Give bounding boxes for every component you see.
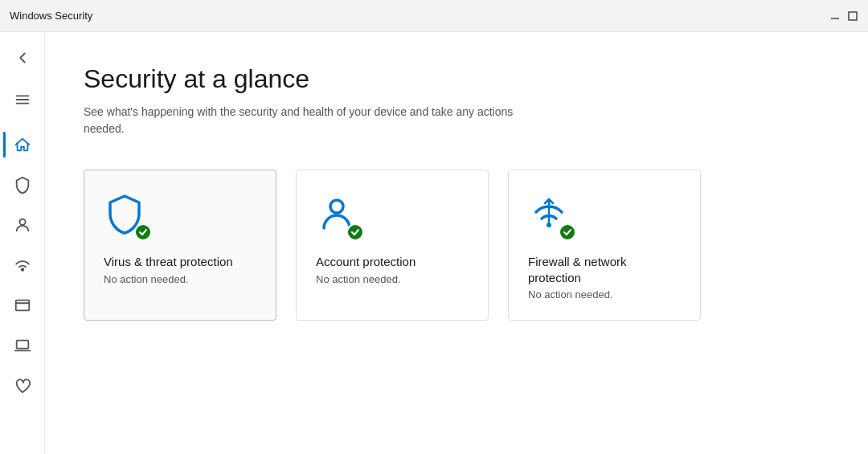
card-firewall-status: No action needed. <box>528 288 681 301</box>
card-firewall-title: Firewall & network protection <box>528 254 681 285</box>
sidebar-item-family[interactable] <box>3 366 42 405</box>
account-check-icon <box>346 223 364 241</box>
maximize-button[interactable] <box>847 10 858 22</box>
card-icon-account <box>316 193 364 241</box>
svg-point-6 <box>21 268 23 271</box>
card-firewall-protection[interactable]: Firewall & network protection No action … <box>508 170 701 321</box>
sidebar-item-firewall[interactable] <box>3 246 42 284</box>
app-title: Windows Security <box>10 10 92 22</box>
card-account-status: No action needed. <box>316 273 469 285</box>
card-icon-firewall <box>528 193 576 241</box>
svg-rect-9 <box>16 341 28 349</box>
window-controls <box>829 10 858 22</box>
main-content: Security at a glance See what's happenin… <box>45 32 868 454</box>
back-button[interactable] <box>3 39 42 77</box>
sidebar-item-account[interactable] <box>3 206 42 244</box>
card-account-protection[interactable]: Account protection No action needed. <box>296 170 489 321</box>
card-virus-protection[interactable]: Virus & threat protection No action need… <box>84 170 276 321</box>
svg-point-5 <box>19 219 25 225</box>
card-icon-virus <box>104 193 152 241</box>
cards-grid: Virus & threat protection No action need… <box>84 170 829 321</box>
app-body: Security at a glance See what's happenin… <box>0 32 868 454</box>
svg-rect-7 <box>15 301 29 311</box>
sidebar-item-virus[interactable] <box>3 166 42 204</box>
card-account-title: Account protection <box>316 254 469 270</box>
sidebar-item-app-browser[interactable] <box>3 286 42 325</box>
sidebar-item-home[interactable] <box>3 125 42 164</box>
svg-point-11 <box>330 200 343 213</box>
virus-check-icon <box>134 223 152 241</box>
title-bar: Windows Security <box>0 0 868 32</box>
svg-rect-1 <box>849 12 857 20</box>
firewall-check-icon <box>559 223 576 241</box>
page-subtitle: See what's happening with the security a… <box>84 104 518 137</box>
page-title: Security at a glance <box>84 64 829 94</box>
sidebar <box>0 32 45 454</box>
minimize-button[interactable] <box>829 10 841 22</box>
sidebar-item-device-security[interactable] <box>3 326 42 365</box>
menu-button[interactable] <box>3 80 42 119</box>
card-virus-status: No action needed. <box>104 273 256 285</box>
card-virus-title: Virus & threat protection <box>104 254 256 270</box>
